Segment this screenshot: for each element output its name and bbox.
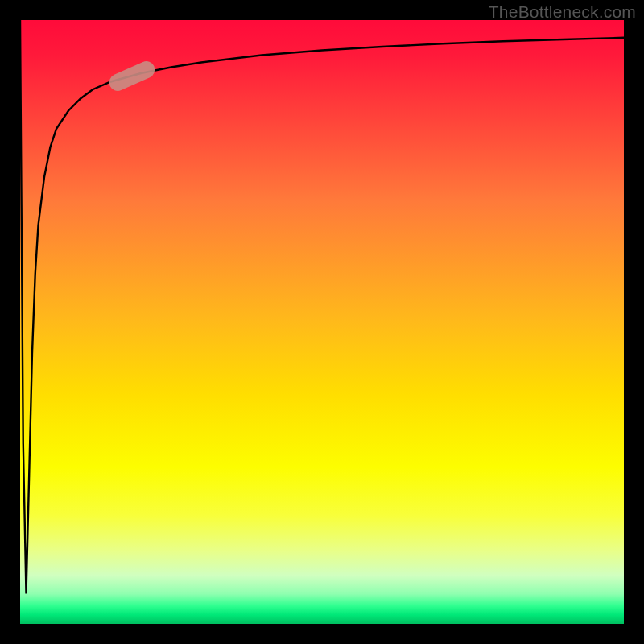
curve-layer bbox=[20, 20, 624, 624]
attribution-label: TheBottleneck.com bbox=[489, 2, 636, 22]
curve-path bbox=[20, 20, 624, 594]
chart-root: TheBottleneck.com bbox=[0, 0, 644, 644]
plot-area bbox=[20, 20, 624, 624]
